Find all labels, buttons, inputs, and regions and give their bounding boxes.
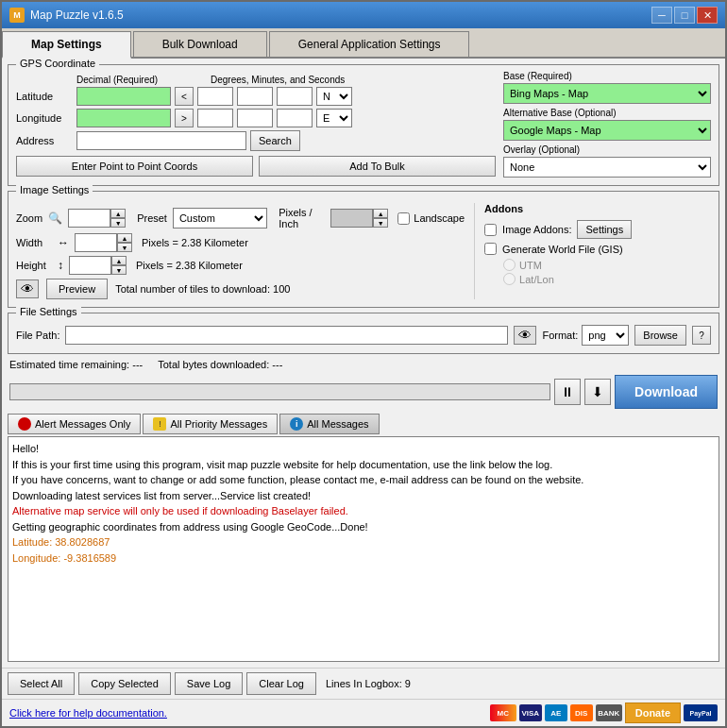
search-button[interactable]: Search	[250, 130, 300, 151]
zoom-up[interactable]: ▲	[110, 209, 126, 218]
donate-button[interactable]: Donate	[625, 703, 681, 723]
height-icon: ↕	[58, 259, 63, 272]
lat-left-arrow[interactable]: <	[175, 87, 194, 106]
zoom-down[interactable]: ▼	[110, 218, 126, 228]
image-settings-section: Image Settings Zoom 🔍 17 ▲ ▼	[8, 191, 719, 308]
overlay-select[interactable]: None OpenStreetMap Bing Maps	[503, 157, 711, 178]
preview-button[interactable]: Preview	[46, 279, 108, 299]
alt-base-select[interactable]: Google Maps - Map Google Maps - Satellit…	[503, 120, 711, 141]
browse-button[interactable]: Browse	[634, 325, 686, 346]
landscape-checkbox[interactable]	[397, 212, 410, 225]
log-tab-priority-label: All Priority Messages	[170, 418, 267, 430]
tab-map-settings[interactable]: Map Settings	[2, 31, 131, 59]
main-content: GPS Coordinate Decimal (Required) Degree…	[2, 59, 725, 668]
pixels-up[interactable]: ▲	[373, 209, 388, 218]
pause-button[interactable]: ⏸	[554, 379, 581, 405]
landscape-label: Landscape	[414, 212, 465, 224]
log-message: Downloading latest services list from se…	[12, 488, 715, 504]
log-tab-all-label: All Messages	[307, 418, 368, 430]
window-controls: ─ □ ✕	[651, 7, 718, 24]
utm-radio[interactable]	[503, 259, 516, 271]
info-icon: i	[290, 417, 303, 431]
pixels-label: Pixels / Inch	[279, 207, 325, 229]
width-up[interactable]: ▲	[117, 233, 132, 243]
tab-general-settings[interactable]: General Application Settings	[269, 31, 470, 57]
add-to-bulk-button[interactable]: Add To Bulk	[259, 156, 496, 177]
bytes-label: Total bytes downloaded: ---	[158, 359, 282, 370]
clear-log-button[interactable]: Clear Log	[246, 672, 316, 695]
footer: Click here for help documentation. MC VI…	[2, 699, 725, 726]
log-tab-all[interactable]: i All Messages	[279, 414, 379, 434]
image-addons-checkbox[interactable]	[484, 224, 497, 236]
close-button[interactable]: ✕	[697, 7, 718, 24]
height-up[interactable]: ▲	[111, 256, 127, 265]
latlon-radio[interactable]	[503, 273, 516, 285]
help-link[interactable]: Click here for help documentation.	[9, 707, 490, 719]
preview-icon: 👁	[16, 279, 39, 298]
utm-label: UTM	[519, 260, 542, 271]
addons-settings-button[interactable]: Settings	[577, 220, 632, 239]
minimize-button[interactable]: ─	[651, 7, 672, 24]
lat-dms-min[interactable]	[237, 87, 273, 106]
base-label: Base (Required)	[503, 71, 711, 81]
lat-dms-sec[interactable]	[277, 87, 313, 106]
log-tab-alert[interactable]: Alert Messages Only	[8, 414, 141, 434]
log-tab-alert-label: Alert Messages Only	[35, 418, 130, 430]
addons-title: Addons	[484, 203, 711, 214]
tab-bulk-download[interactable]: Bulk Download	[133, 31, 267, 57]
save-log-button[interactable]: Save Log	[175, 672, 243, 695]
overlay-label: Overlay (Optional)	[503, 144, 711, 155]
enter-point-button[interactable]: Enter Point to Point Coords	[16, 156, 253, 177]
width-icon: ↔	[58, 236, 69, 249]
log-message: Longitude: -9.3816589	[12, 550, 715, 567]
height-down[interactable]: ▼	[111, 265, 127, 275]
pixels-down[interactable]: ▼	[373, 218, 388, 228]
lat-dms-deg[interactable]	[197, 87, 233, 106]
log-message: Latitude: 38.8028687	[12, 534, 715, 550]
log-message: If this is your first time using this pr…	[12, 457, 715, 473]
filepath-input[interactable]: $P\map $Y-$M-$D $h$m$ss$Z.$F	[65, 326, 508, 345]
zoom-label: Zoom	[16, 212, 42, 224]
tab-bar: Map Settings Bulk Download General Appli…	[2, 28, 725, 59]
copy-selected-button[interactable]: Copy Selected	[78, 672, 171, 695]
lon-right-arrow[interactable]: >	[175, 109, 194, 127]
download-section: ⏸ ⬇ Download	[8, 375, 719, 409]
width-input[interactable]: 2560	[75, 233, 117, 252]
select-all-button[interactable]: Select All	[8, 672, 75, 695]
world-file-checkbox[interactable]	[484, 243, 497, 255]
file-settings-section: File Settings File Path: $P\map $Y-$M-$D…	[8, 313, 719, 354]
latlon-label: Lat/Lon	[519, 274, 554, 285]
address-input[interactable]: sintra, portugal	[76, 131, 246, 150]
width-km: Pixels = 2.38 Kilometer	[142, 237, 248, 248]
help-button[interactable]: ?	[692, 326, 711, 345]
preset-select[interactable]: Custom A4 A3 Letter	[173, 208, 267, 229]
lines-in-logbox: Lines In Logbox: 9	[326, 678, 411, 689]
log-tab-priority[interactable]: ! All Priority Messages	[143, 414, 278, 434]
visa-icon: VISA	[519, 704, 542, 721]
download-button[interactable]: Download	[615, 375, 718, 409]
mastercard-icon: MC	[490, 704, 516, 721]
latitude-decimal-input[interactable]: 38.8028687	[76, 87, 171, 106]
preset-label: Preset	[137, 212, 167, 224]
log-message: Getting geographic coordinates from addr…	[12, 519, 715, 535]
image-addons-label: Image Addons:	[502, 224, 571, 235]
main-window: M Map Puzzle v1.6.5 ─ □ ✕ Map Settings B…	[0, 0, 727, 728]
svg-text:M: M	[13, 10, 21, 20]
download-icon-button[interactable]: ⬇	[584, 379, 611, 405]
height-input[interactable]: 2560	[69, 256, 111, 275]
latitude-label: Latitude	[16, 91, 73, 102]
zoom-input[interactable]: 17	[68, 209, 110, 228]
file-settings-label: File Settings	[16, 306, 81, 317]
lon-dms-min[interactable]	[237, 109, 273, 127]
width-down[interactable]: ▼	[117, 243, 132, 252]
longitude-decimal-input[interactable]: -9.3816589	[76, 109, 171, 127]
pixels-input[interactable]: 300	[330, 209, 373, 228]
format-select[interactable]: png jpg bmp tif	[582, 325, 629, 346]
lon-dms-sec[interactable]	[277, 109, 313, 127]
lon-dir-select[interactable]: E W	[316, 109, 352, 127]
maximize-button[interactable]: □	[674, 7, 695, 24]
alt-base-label: Alternative Base (Optional)	[503, 108, 711, 118]
lon-dms-deg[interactable]	[197, 109, 233, 127]
base-select[interactable]: Bing Maps - Map Bing Maps - Satellite Op…	[503, 83, 711, 104]
lat-dir-select[interactable]: N S	[316, 87, 352, 106]
